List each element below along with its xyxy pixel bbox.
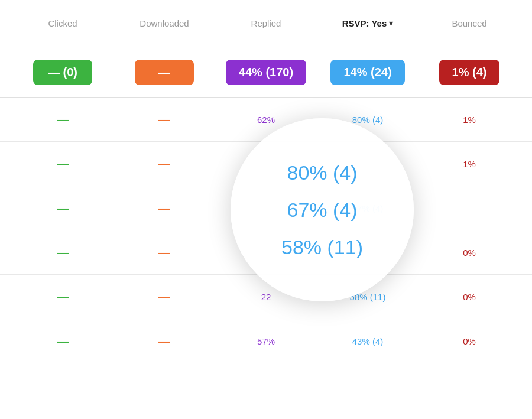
header-row: Clicked Downloaded Replied RSVP: Yes ▾ B…: [0, 0, 532, 47]
summary-rsvp: 14% (24): [317, 60, 419, 85]
cell-rsvp-2: 67% (4): [317, 203, 419, 213]
cell-replied-5: 57%: [215, 336, 317, 346]
cell-downloaded-0: —: [113, 113, 215, 126]
cell-bounced-0: 1%: [419, 115, 520, 125]
summary-downloaded: —: [113, 60, 215, 85]
cell-clicked-3: —: [12, 246, 113, 259]
table-row: ——67% (4): [0, 186, 532, 230]
summary-bounced: 1% (4): [419, 60, 520, 85]
bounced-badge: 1% (4): [439, 60, 500, 85]
cell-downloaded-2: —: [113, 202, 215, 215]
header-downloaded: Downloaded: [113, 18, 215, 28]
cell-clicked-4: —: [12, 290, 113, 304]
table-row: ——2258% (11)0%: [0, 275, 532, 319]
header-bounced: Bounced: [419, 18, 520, 28]
summary-row: — (0) — 44% (170) 14% (24) 1% (4): [0, 47, 532, 98]
data-rows-container: ——62%80% (4)1%——1%——67% (4)——0%——2258% (…: [0, 98, 532, 363]
header-clicked: Clicked: [12, 18, 113, 28]
downloaded-badge: —: [135, 60, 194, 85]
cell-replied-4: 22: [215, 292, 317, 302]
replied-badge: 44% (170): [226, 60, 306, 85]
header-rsvp[interactable]: RSVP: Yes ▾: [317, 18, 419, 28]
cell-clicked-0: —: [12, 113, 113, 126]
table-row: ——0%: [0, 230, 532, 275]
table-row: ——1%: [0, 142, 532, 186]
cell-downloaded-1: —: [113, 157, 215, 171]
cell-clicked-1: —: [12, 157, 113, 171]
cell-bounced-3: 0%: [419, 248, 520, 258]
cell-downloaded-3: —: [113, 246, 215, 259]
clicked-badge: — (0): [33, 60, 92, 85]
cell-clicked-5: —: [12, 334, 113, 348]
rsvp-badge: 14% (24): [330, 60, 404, 85]
summary-clicked: — (0): [12, 60, 113, 85]
table-row: ——62%80% (4)1%: [0, 98, 532, 142]
header-replied: Replied: [215, 18, 317, 28]
stats-table: Clicked Downloaded Replied RSVP: Yes ▾ B…: [0, 0, 532, 363]
cell-rsvp-0: 80% (4): [317, 115, 419, 125]
cell-replied-0: 62%: [215, 115, 317, 125]
cell-rsvp-4: 58% (11): [317, 292, 419, 302]
cell-downloaded-4: —: [113, 290, 215, 304]
chevron-down-icon: ▾: [389, 19, 393, 28]
cell-rsvp-5: 43% (4): [317, 336, 419, 346]
summary-replied: 44% (170): [215, 60, 317, 85]
table-row: ——57%43% (4)0%: [0, 319, 532, 363]
cell-bounced-4: 0%: [419, 292, 520, 302]
cell-clicked-2: —: [12, 202, 113, 215]
cell-downloaded-5: —: [113, 334, 215, 348]
cell-bounced-5: 0%: [419, 336, 520, 346]
cell-bounced-1: 1%: [419, 159, 520, 169]
